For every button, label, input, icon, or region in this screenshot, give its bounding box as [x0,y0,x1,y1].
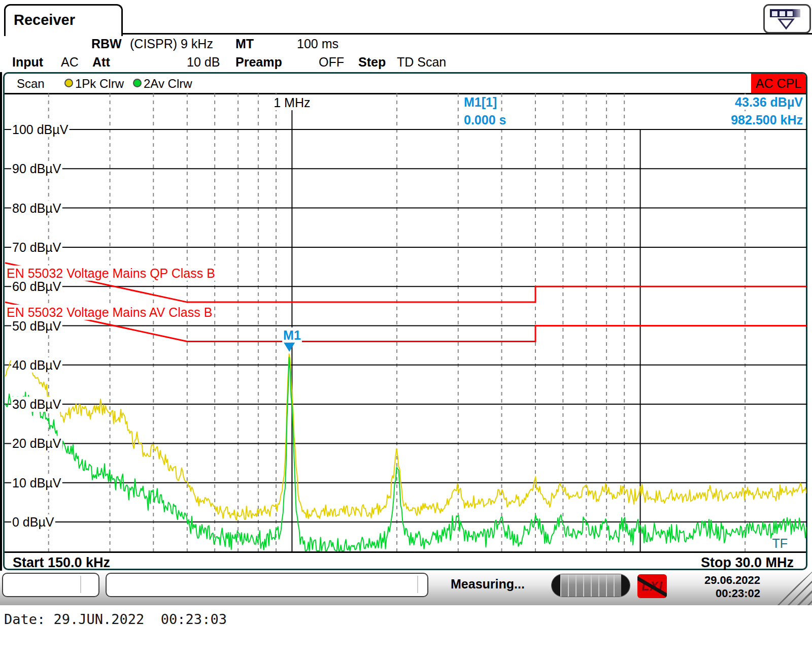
tab-receiver-label: Receiver [14,12,75,28]
input-value[interactable]: AC [61,55,79,70]
ac-coupling-badge: AC CPL [751,74,806,93]
progress-segment [583,574,591,597]
mt-value[interactable]: 100 ms [297,37,339,51]
start-frequency-label: Start 150.0 kHz [13,555,110,571]
progress-segment [568,574,576,597]
trace1-dot [64,79,73,87]
att-label: Att [92,55,110,70]
datetime-display: 29.06.2022 00:23:02 [685,574,760,600]
progress-cap [552,574,560,597]
trace2-dot [133,79,142,87]
scan-progress-bar [551,574,630,597]
resize-grip-icon[interactable] [775,572,812,605]
input-label: Input [12,55,43,70]
progress-segment [614,574,621,597]
hardcopy-menu-icon[interactable] [763,4,811,34]
status-date: 29.06.2022 [685,574,760,587]
rbw-label: RBW [91,37,122,51]
status-time: 00:23:02 [685,587,760,600]
instrument-screen: Receiver RBW (CISPR) 9 kHz MT 100 ms Inp… [0,0,812,656]
scan-title: Scan [17,77,45,91]
preamp-value[interactable]: OFF [319,55,344,70]
step-label: Step [358,55,386,70]
progress-cap [621,574,630,597]
lxi-logo: LXI [637,574,667,598]
entry-field-main[interactable] [106,573,428,597]
triangle-down-icon [765,18,806,30]
trace2-legend[interactable]: 2Av Clrw [144,77,192,91]
stop-frequency-label: Stop 30.0 MHz [701,555,794,571]
measuring-status: Measuring... [451,577,525,592]
progress-segment [591,574,598,597]
frequency-axis-bar: Start 150.0 kHz Stop 30.0 MHz [5,551,806,570]
scan-window-titlebar: Scan 1Pk Clrw 2Av Clrw AC CPL [5,74,806,94]
progress-segment [576,574,583,597]
mt-label: MT [235,37,254,51]
preamp-label: Preamp [235,55,282,70]
tab-receiver[interactable]: Receiver [4,4,123,36]
progress-segment [560,574,568,597]
filmstrip-icon [770,9,800,17]
progress-segment [606,574,614,597]
scan-window: Scan 1Pk Clrw 2Av Clrw AC CPL Start 150.… [3,72,807,570]
entry-field-left[interactable] [2,573,99,597]
trace1-legend[interactable]: 1Pk Clrw [75,77,124,91]
rbw-value[interactable]: (CISPR) 9 kHz [130,37,213,51]
step-value[interactable]: TD Scan [397,55,446,70]
progress-segment [598,574,606,597]
screen-left-border [0,72,2,571]
hardcopy-date-line: Date: 29.JUN.2022 00:23:03 [4,611,227,627]
status-bar: Measuring... LXI 29.06.2022 00:23:02 [0,571,812,605]
header-divider [120,33,812,35]
att-value[interactable]: 10 dB [187,55,220,70]
